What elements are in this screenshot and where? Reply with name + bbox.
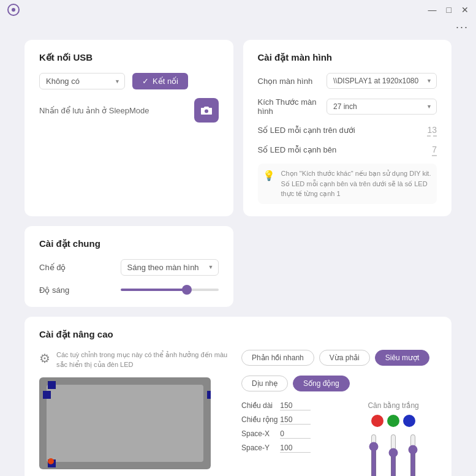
- sleep-row: Nhấn để lưu ảnh ở SleepMode: [39, 98, 219, 123]
- red-color-button[interactable]: [371, 415, 383, 427]
- led-side-value: 7: [432, 145, 437, 156]
- device-select[interactable]: Không có: [39, 73, 125, 89]
- main-content: Kết nối USB Không có Kết nối Nhấn để lưu…: [0, 37, 476, 476]
- monitor-select-wrapper: \\DISPLAY1 at 1920x1080: [327, 73, 437, 89]
- advanced-card: Cài đặt nâng cao ⚙ Các tuỳ chỉnh trong m…: [25, 317, 451, 477]
- advanced-left: ⚙ Các tuỳ chỉnh trong mục này có thể ảnh…: [39, 350, 229, 477]
- spacex-value: 0: [280, 429, 311, 439]
- camera-icon: [200, 105, 213, 115]
- size-row: Kích Thước màn hình 27 inch: [258, 97, 437, 116]
- mode-label: Chế độ: [39, 263, 66, 272]
- close-button[interactable]: ✕: [461, 5, 469, 15]
- monitor-select[interactable]: \\DISPLAY1 at 1920x1080: [327, 73, 437, 89]
- blue-slider-wrapper: [407, 431, 419, 477]
- tip-icon: 💡: [263, 170, 275, 181]
- tip-row: 💡 Chọn "Kích thước khác" nếu bạn sử dụng…: [258, 164, 437, 204]
- led-side-row: Số LED mỗi cạnh bên 7: [258, 144, 437, 155]
- usb-card: Kết nối USB Không có Kết nối Nhấn để lưu…: [25, 40, 233, 216]
- minimize-button[interactable]: —: [428, 5, 437, 15]
- advanced-inner: ⚙ Các tuỳ chỉnh trong mục này có thể ảnh…: [39, 350, 437, 477]
- adv-warning-text: Các tuỳ chỉnh trong mục này có thể ảnh h…: [56, 350, 229, 370]
- size-select-wrapper: 27 inch: [327, 99, 437, 115]
- mode-row: Chế độ Sáng theo màn hình: [39, 259, 219, 276]
- adv-warning: ⚙ Các tuỳ chỉnh trong mục này có thể ảnh…: [39, 350, 229, 370]
- length-value: 150: [280, 401, 311, 410]
- fast-response-button[interactable]: Phản hồi nhanh: [241, 350, 314, 366]
- maximize-button[interactable]: □: [447, 5, 451, 15]
- spacey-label: Space-Y: [241, 444, 278, 452]
- mode-buttons: Phản hồi nhanh Vừa phải Siêu mượt: [241, 350, 437, 366]
- wb-section: Cân bằng trắng: [368, 401, 419, 477]
- width-label: Chiều rộng: [241, 415, 278, 424]
- led-dot: [43, 391, 51, 399]
- led-preview: [39, 377, 211, 469]
- size-select[interactable]: 27 inch: [327, 99, 437, 115]
- mode-select[interactable]: Sáng theo màn hình: [121, 259, 219, 276]
- usb-card-title: Kết nối USB: [39, 52, 219, 63]
- medium-button[interactable]: Vừa phải: [319, 350, 370, 366]
- display-card: Cài đặt màn hình Chọn màn hình \\DISPLAY…: [243, 40, 452, 216]
- size-label: Kích Thước màn hình: [258, 97, 327, 116]
- led-bottom-count: 13: [427, 124, 437, 135]
- red-slider[interactable]: [368, 434, 380, 477]
- params-section: Chiều dài 150 Chiều rộng 150 Space-X 0 S…: [241, 401, 355, 453]
- brightness-slider[interactable]: [121, 289, 219, 291]
- green-slider[interactable]: [387, 434, 399, 477]
- red-slider-wrapper: [368, 431, 380, 477]
- menubar: ···: [0, 20, 476, 37]
- titlebar-left: [7, 4, 20, 16]
- svg-point-1: [12, 8, 15, 12]
- display-card-title: Cài đặt màn hình: [258, 52, 437, 63]
- advanced-card-title: Cài đặt nâng cao: [39, 329, 437, 340]
- vivid-button[interactable]: Sống động: [293, 376, 350, 391]
- color-buttons: [368, 415, 419, 427]
- titlebar: — □ ✕: [0, 0, 476, 20]
- soft-button[interactable]: Dịu nhẹ: [241, 376, 288, 391]
- more-menu-button[interactable]: ···: [456, 21, 469, 34]
- length-label: Chiều dài: [241, 401, 278, 410]
- led-side-count: 7: [432, 144, 437, 155]
- width-value: 150: [280, 415, 311, 425]
- general-card-title: Cài đặt chung: [39, 238, 219, 249]
- app-icon: [7, 4, 20, 16]
- brightness-label: Độ sáng: [39, 285, 69, 295]
- advanced-right: Phản hồi nhanh Vừa phải Siêu mượt Dịu nh…: [241, 350, 437, 477]
- led-dot: [207, 391, 211, 399]
- smooth-button[interactable]: Siêu mượt: [375, 350, 430, 366]
- green-slider-wrapper: [387, 431, 399, 477]
- warning-icon: ⚙: [39, 351, 50, 366]
- usb-row: Không có Kết nối: [39, 73, 219, 89]
- led-bottom-value: 13: [427, 125, 437, 137]
- params-grid: Chiều dài 150 Chiều rộng 150 Space-X 0 S…: [241, 401, 355, 453]
- led-dot: [48, 458, 54, 464]
- led-bottom-row: Số LED mỗi cạnh trên dưới 13: [258, 124, 437, 135]
- led-preview-inner: [47, 385, 203, 462]
- wb-header: Cân bằng trắng: [368, 401, 419, 410]
- params-wb-row: Chiều dài 150 Chiều rộng 150 Space-X 0 S…: [241, 401, 437, 477]
- wb-sliders: [368, 431, 419, 477]
- monitor-label: Chọn màn hình: [258, 77, 313, 86]
- spacey-value: 100: [280, 444, 311, 453]
- svg-point-2: [205, 110, 208, 113]
- led-dot: [48, 381, 56, 389]
- general-card: Cài đặt chung Chế độ Sáng theo màn hình …: [25, 226, 233, 307]
- led-bottom-label: Số LED mỗi cạnh trên dưới: [258, 126, 355, 135]
- mode-select-wrapper: Sáng theo màn hình: [121, 259, 219, 276]
- sleep-text: Nhấn để lưu ảnh ở SleepMode: [39, 106, 149, 115]
- blue-color-button[interactable]: [403, 415, 415, 427]
- spacex-label: Space-X: [241, 429, 278, 438]
- brightness-row: Độ sáng: [39, 285, 219, 295]
- device-select-wrapper: Không có: [39, 73, 125, 89]
- titlebar-controls: — □ ✕: [428, 5, 469, 15]
- led-bottom-row: [48, 459, 54, 466]
- monitor-row: Chọn màn hình \\DISPLAY1 at 1920x1080: [258, 73, 437, 89]
- green-color-button[interactable]: [387, 415, 399, 427]
- camera-button[interactable]: [194, 98, 219, 123]
- led-side-label: Số LED mỗi cạnh bên: [258, 145, 337, 154]
- connect-button[interactable]: Kết nối: [132, 73, 188, 89]
- blue-slider[interactable]: [407, 434, 419, 477]
- mode-buttons-2: Dịu nhẹ Sống động: [241, 376, 437, 391]
- tip-text: Chọn "Kích thước khác" nếu bạn sử dụng D…: [281, 168, 433, 199]
